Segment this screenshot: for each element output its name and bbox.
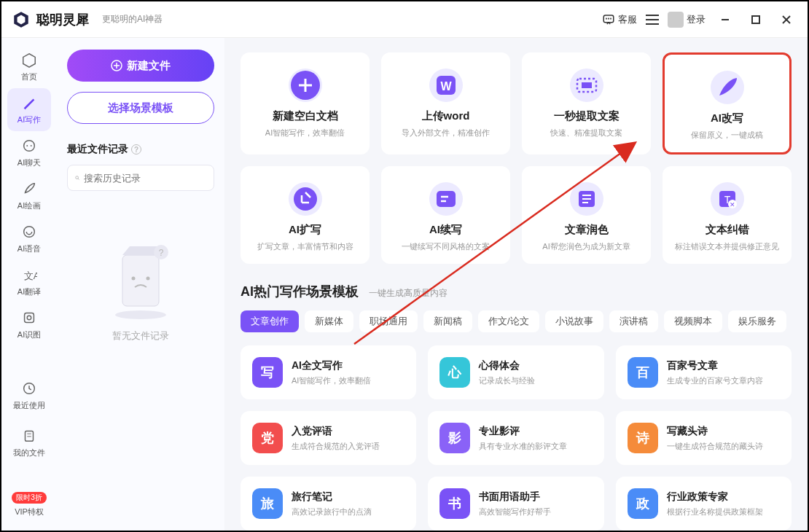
card-title: AI扩写 <box>248 223 362 237</box>
minimize-button[interactable] <box>714 9 736 31</box>
template-icon: 党 <box>252 423 283 453</box>
titlebar: 聪明灵犀 更聪明的AI神器 客服 登录 <box>1 1 808 38</box>
home-icon <box>20 51 38 69</box>
content-area: 新建空白文档 AI智能写作，效率翻倍 W 上传word 导入外部文件，精准创作 … <box>224 38 808 531</box>
feature-card-correct[interactable]: T✕ 文本纠错 标注错误文本并提供修正意见 <box>663 166 792 264</box>
svg-rect-16 <box>25 313 34 323</box>
close-button[interactable] <box>775 9 797 31</box>
avatar-icon <box>668 12 684 28</box>
feature-card-word[interactable]: W 上传word 导入外部文件，精准创作 <box>381 52 510 154</box>
support-button[interactable]: 客服 <box>602 13 637 26</box>
svg-point-14 <box>24 227 35 238</box>
feature-card-plus[interactable]: 新建空白文档 AI智能写作，效率翻倍 <box>241 52 370 154</box>
card-desc: 快速、精准提取文案 <box>529 128 644 138</box>
app-logo-icon <box>12 10 31 29</box>
clock-icon <box>20 380 38 397</box>
svg-rect-41 <box>437 191 456 207</box>
new-file-button[interactable]: 新建文件 <box>67 50 214 82</box>
tab-1[interactable]: 新媒体 <box>305 310 353 332</box>
template-card-2[interactable]: 百 百家号文章 生成专业的百家号文章内容 <box>616 345 792 399</box>
tab-6[interactable]: 演讲稿 <box>609 310 658 332</box>
menu-button[interactable] <box>646 15 659 25</box>
tab-2[interactable]: 职场通用 <box>359 310 418 332</box>
polish-icon <box>570 182 603 216</box>
card-title: AI改写 <box>672 112 782 125</box>
select-template-button[interactable]: 选择场景模板 <box>67 92 214 124</box>
template-card-0[interactable]: 写 AI全文写作 AI智能写作，效率翻倍 <box>241 345 416 399</box>
help-icon[interactable]: ? <box>131 144 141 154</box>
tab-5[interactable]: 小说故事 <box>545 310 603 332</box>
svg-marker-10 <box>23 54 36 67</box>
card-title: 文本纠错 <box>670 223 784 237</box>
sidebar-item-chat[interactable]: AI聊天 <box>7 131 51 174</box>
search-box[interactable] <box>67 165 214 191</box>
sidebar-item-files[interactable]: 我的文件 <box>7 421 51 464</box>
template-card-8[interactable]: 政 行业政策专家 根据行业名称提供政策框架 <box>616 477 792 531</box>
template-card-5[interactable]: 诗 写藏头诗 一键生成符合规范的藏头诗 <box>616 411 792 465</box>
feature-card-extract[interactable]: 一秒提取文案 快速、精准提取文案 <box>522 52 651 154</box>
sidebar-item-label: AI写作 <box>17 114 41 125</box>
card-desc: AI智能写作，效率翻倍 <box>248 128 362 138</box>
template-icon: 政 <box>628 488 658 519</box>
template-desc: 一键生成符合规范的藏头诗 <box>667 441 763 452</box>
template-icon: 诗 <box>628 423 658 453</box>
template-title: 百家号文章 <box>667 359 763 372</box>
svg-rect-19 <box>26 431 34 442</box>
voice-icon <box>20 223 38 240</box>
svg-point-17 <box>27 316 31 320</box>
sidebar-item-scan[interactable]: AI识图 <box>7 303 51 346</box>
card-desc: AI帮您润色为成为新文章 <box>529 241 644 252</box>
feature-card-feather[interactable]: AI改写 保留原义，一键成稿 <box>663 52 792 154</box>
search-input[interactable] <box>84 173 206 184</box>
sidebar-item-voice[interactable]: AI语音 <box>7 217 51 260</box>
template-desc: 具有专业水准的影评文章 <box>479 441 567 452</box>
svg-rect-7 <box>752 16 759 23</box>
maximize-button[interactable] <box>745 9 767 31</box>
template-card-1[interactable]: 心 心得体会 记录成长与经验 <box>428 345 603 399</box>
sidebar-item-label: AI聊天 <box>17 157 41 168</box>
svg-point-4 <box>609 18 609 19</box>
sidebar-item-label: AI语音 <box>17 243 41 254</box>
tab-3[interactable]: 新闻稿 <box>423 310 472 332</box>
feature-card-polish[interactable]: 文章润色 AI帮您润色为成为新文章 <box>522 166 651 264</box>
tab-4[interactable]: 作文/论文 <box>478 310 539 332</box>
sidebar-item-pen[interactable]: AI写作 <box>7 88 51 131</box>
continue-icon <box>429 182 463 216</box>
tab-7[interactable]: 视频脚本 <box>664 310 722 332</box>
template-title: 行业政策专家 <box>667 490 763 504</box>
template-card-6[interactable]: 旅 旅行笔记 高效记录旅行中的点滴 <box>241 477 416 531</box>
word-icon: W <box>429 69 463 102</box>
sidebar-item-vip[interactable]: 限时3折 VIP特权 <box>7 469 51 523</box>
template-card-7[interactable]: 书 书面用语助手 高效智能写作好帮手 <box>428 477 603 531</box>
template-icon: 百 <box>628 357 658 388</box>
search-icon <box>75 173 79 183</box>
template-icon: 影 <box>439 423 470 453</box>
extract-icon <box>570 69 603 102</box>
svg-point-12 <box>26 145 28 146</box>
login-button[interactable]: 登录 <box>668 12 706 28</box>
sidebar-item-translate[interactable]: 文A AI翻译 <box>7 260 51 303</box>
app-slogan: 更聪明的AI神器 <box>102 13 163 26</box>
template-title: 旅行笔记 <box>292 490 372 504</box>
sidebar-item-home[interactable]: 首页 <box>7 45 51 88</box>
tab-8[interactable]: 娱乐服务 <box>728 310 786 332</box>
feature-card-continue[interactable]: AI续写 一键续写不同风格的文案 <box>381 166 510 264</box>
svg-point-13 <box>31 145 32 146</box>
chat-bubble-icon <box>602 13 615 26</box>
sidebar-item-brush[interactable]: AI绘画 <box>7 174 51 217</box>
tab-0[interactable]: 文章创作 <box>241 310 299 332</box>
sidebar-item-clock[interactable]: 最近使用 <box>7 374 51 417</box>
template-icon: 书 <box>439 488 470 519</box>
template-desc: 生成专业的百家号文章内容 <box>667 375 763 386</box>
support-label: 客服 <box>618 13 637 26</box>
svg-rect-28 <box>122 255 159 306</box>
section-main: AI热门写作场景模板 <box>241 283 359 300</box>
feather-icon <box>711 71 744 104</box>
feature-card-expand[interactable]: AI扩写 扩写文章，丰富情节和内容 <box>241 166 370 264</box>
svg-point-25 <box>76 176 79 179</box>
template-desc: 记录成长与经验 <box>479 375 535 386</box>
template-title: 入党评语 <box>292 425 380 438</box>
template-card-4[interactable]: 影 专业影评 具有专业水准的影评文章 <box>428 411 603 465</box>
template-card-3[interactable]: 党 入党评语 生成符合规范的入党评语 <box>241 411 416 465</box>
empty-illustration-icon: ? <box>104 242 177 322</box>
